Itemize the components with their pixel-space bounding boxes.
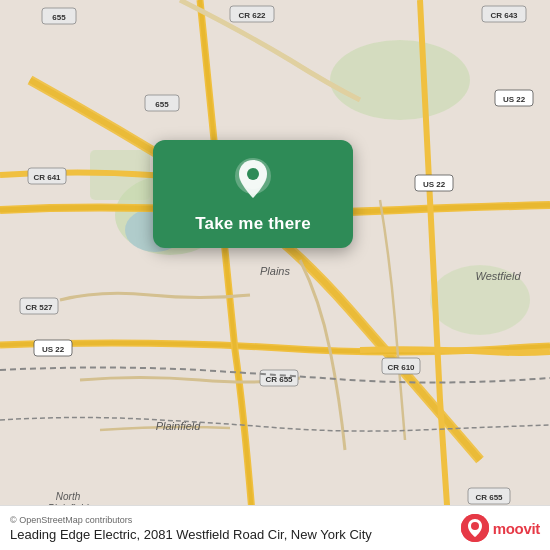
svg-text:CR 622: CR 622 [238,11,266,20]
svg-text:CR 641: CR 641 [33,173,61,182]
moovit-brand-text: moovit [493,520,540,537]
svg-text:Westfield: Westfield [475,270,521,282]
svg-point-39 [471,522,479,530]
map-attribution: © OpenStreetMap contributors [10,515,372,525]
take-me-there-label: Take me there [195,214,311,234]
moovit-logo[interactable]: moovit [461,514,540,542]
svg-text:CR 610: CR 610 [387,363,415,372]
location-text: Leading Edge Electric, 2081 Westfield Ro… [10,527,372,542]
svg-text:CR 655: CR 655 [475,493,503,502]
svg-text:CR 643: CR 643 [490,11,518,20]
map-background: 655 655 CR 622 CR 643 US 22 US 22 CR 641… [0,0,550,550]
svg-point-37 [247,168,259,180]
bottom-info-bar: © OpenStreetMap contributors Leading Edg… [0,505,550,550]
svg-text:US 22: US 22 [42,345,65,354]
svg-text:North: North [56,491,81,502]
moovit-icon [461,514,489,542]
svg-text:655: 655 [52,13,66,22]
svg-text:US 22: US 22 [503,95,526,104]
svg-text:CR 527: CR 527 [25,303,53,312]
svg-text:CR 655: CR 655 [265,375,293,384]
map-container: 655 655 CR 622 CR 643 US 22 US 22 CR 641… [0,0,550,550]
svg-text:US 22: US 22 [423,180,446,189]
location-pin-icon [235,158,271,206]
svg-point-2 [330,40,470,120]
svg-text:Plains: Plains [260,265,290,277]
take-me-there-callout[interactable]: Take me there [153,140,353,248]
svg-text:655: 655 [155,100,169,109]
location-info: © OpenStreetMap contributors Leading Edg… [10,515,372,542]
